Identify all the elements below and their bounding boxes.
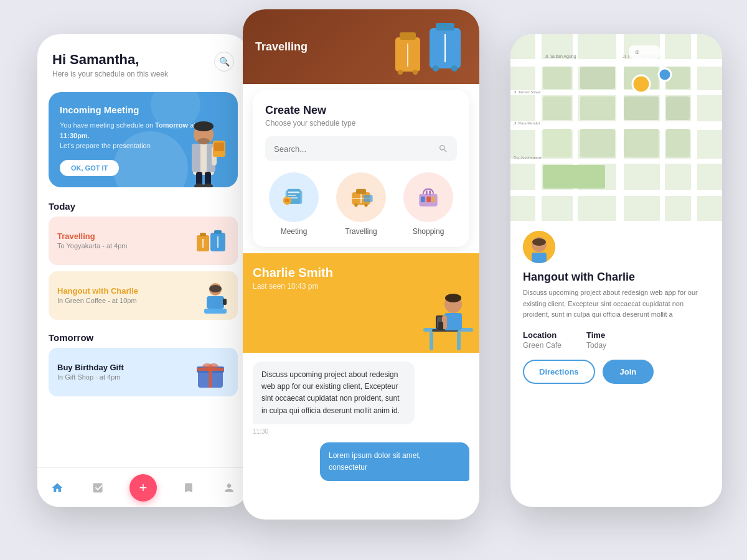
- svg-rect-31: [436, 23, 454, 30]
- svg-rect-91: [580, 129, 615, 157]
- shopping-icon-bg: [403, 172, 453, 222]
- svg-text:Gg. Joyonegaran: Gg. Joyonegaran: [514, 156, 542, 159]
- nav-profile[interactable]: [220, 479, 238, 497]
- svg-text:Jl. Rara Mendut: Jl. Rara Mendut: [514, 121, 540, 125]
- svg-point-34: [451, 65, 458, 72]
- svg-rect-70: [444, 313, 462, 330]
- add-button[interactable]: +: [129, 474, 157, 502]
- svg-rect-85: [543, 96, 571, 120]
- svg-rect-50: [356, 189, 366, 194]
- chat-message-2: Lorem ipsum dolor sit amet, consectetur: [320, 442, 469, 481]
- nav-bookmark[interactable]: [180, 479, 197, 497]
- svg-rect-94: [666, 96, 690, 120]
- svg-rect-6: [196, 172, 202, 185]
- schedule-types-row: Meeting: [265, 172, 457, 236]
- event-avatar: [523, 231, 555, 263]
- svg-point-69: [445, 294, 461, 302]
- incoming-meeting-card: Incoming Meeting You have meeting schedu…: [49, 92, 238, 187]
- meeting-label: Meeting: [281, 227, 308, 236]
- time-meta: Time Today: [586, 330, 606, 350]
- svg-rect-59: [421, 197, 425, 202]
- schedule-search[interactable]: [265, 136, 457, 161]
- phone-create-chat: Travelling Create New Choose your schedu…: [243, 9, 479, 520]
- hangout-title: Hangout with Charlie: [57, 286, 192, 296]
- directions-button[interactable]: Directions: [523, 360, 595, 384]
- event-action-buttons: Directions Join: [523, 360, 710, 384]
- event-description: Discuss upcoming project about redesign …: [523, 287, 710, 320]
- chat-header: Charlie Smith Last seen 10:43 pm: [243, 253, 479, 353]
- join-button[interactable]: Join: [603, 360, 654, 384]
- svg-rect-90: [543, 129, 571, 157]
- travelling-sub: To Yogyakarta - at 4pm: [57, 242, 192, 250]
- travelling-card[interactable]: Travelling To Yogyakarta - at 4pm: [49, 217, 238, 265]
- svg-point-38: [398, 70, 403, 75]
- greeting-text: Hi Samantha,: [52, 52, 168, 68]
- birthday-title: Buy Birthday Gift: [57, 363, 192, 372]
- map-area[interactable]: Jl. Sultan Agung Jl. Kusumanegara Jl. Ta…: [510, 34, 722, 221]
- svg-point-102: [632, 75, 650, 93]
- svg-point-33: [433, 65, 439, 72]
- travelling-icon-bg: [336, 172, 386, 222]
- svg-point-20: [209, 285, 222, 292]
- got-it-button[interactable]: OK, GOT IT: [60, 160, 119, 176]
- svg-rect-46: [285, 199, 289, 202]
- subtitle-text: Here is your schedule on this week: [52, 70, 168, 78]
- event-name: Hangout with Charlie: [523, 271, 710, 284]
- svg-point-9: [203, 184, 213, 187]
- birthday-gift-card[interactable]: Buy Birthday Gift In Gift Shop - at 4pm: [49, 348, 238, 396]
- chat-messages: Discuss upcoming project about redesign …: [243, 353, 479, 490]
- create-new-card: Create New Choose your schedule type: [253, 90, 469, 247]
- svg-rect-63: [430, 332, 433, 350]
- nav-home[interactable]: [49, 479, 66, 497]
- create-new-title: Create New: [265, 104, 457, 117]
- search-icon: [438, 144, 448, 154]
- svg-point-54: [364, 203, 367, 207]
- phone-detail: Jl. Sultan Agung Jl. Kusumanegara Jl. Ta…: [510, 34, 722, 507]
- svg-rect-82: [660, 34, 665, 221]
- svg-point-29: [209, 363, 218, 370]
- time-value: Today: [586, 341, 606, 350]
- svg-rect-72: [438, 322, 443, 330]
- schedule-type-travelling[interactable]: Travelling: [332, 172, 390, 236]
- travelling-illustration: [192, 225, 229, 256]
- svg-rect-104: [629, 45, 660, 59]
- svg-rect-61: [433, 197, 435, 202]
- hangout-card[interactable]: Hangout with Charlie In Green Coffee - a…: [49, 271, 238, 320]
- svg-rect-42: [288, 192, 300, 194]
- location-meta: Location Green Cafe: [523, 330, 561, 350]
- schedule-type-shopping[interactable]: Shopping: [400, 172, 457, 236]
- svg-rect-64: [457, 332, 461, 350]
- tomorrow-label: Tomorrow: [37, 326, 249, 348]
- nav-tasks[interactable]: [89, 479, 106, 497]
- svg-rect-84: [543, 67, 571, 89]
- svg-rect-95: [666, 129, 690, 157]
- svg-rect-83: [691, 34, 697, 221]
- svg-rect-43: [288, 195, 296, 196]
- hangout-illustration: [192, 280, 229, 311]
- event-meta: Location Green Cafe Time Today: [523, 330, 710, 350]
- hangout-sub: In Green Coffee - at 10pm: [57, 297, 192, 304]
- svg-rect-81: [616, 34, 624, 221]
- travelling-label: Travelling: [255, 40, 308, 54]
- svg-point-53: [354, 203, 357, 207]
- svg-rect-89: [624, 96, 659, 120]
- birthday-illustration: [192, 357, 229, 388]
- search-button[interactable]: 🔍: [214, 52, 234, 72]
- svg-rect-86: [580, 67, 615, 89]
- location-value: Green Cafe: [523, 341, 561, 350]
- svg-text:①: ①: [635, 50, 639, 55]
- svg-rect-36: [400, 32, 416, 40]
- svg-rect-96: [543, 165, 605, 189]
- search-input[interactable]: [274, 144, 433, 154]
- svg-rect-17: [200, 233, 206, 236]
- svg-point-8: [194, 184, 204, 187]
- svg-rect-22: [204, 309, 227, 314]
- create-new-subtitle: Choose your schedule type: [265, 119, 457, 128]
- chat-illustration: [411, 284, 473, 353]
- location-label: Location: [523, 330, 561, 340]
- schedule-type-meeting[interactable]: Meeting: [265, 172, 322, 236]
- svg-text:Jl. Sultan Agung: Jl. Sultan Agung: [545, 54, 576, 59]
- birthday-sub: In Gift Shop - at 4pm: [57, 373, 192, 381]
- travelling-title: Travelling: [57, 231, 192, 241]
- phone-schedule: Hi Samantha, Here is your schedule on th…: [37, 34, 249, 507]
